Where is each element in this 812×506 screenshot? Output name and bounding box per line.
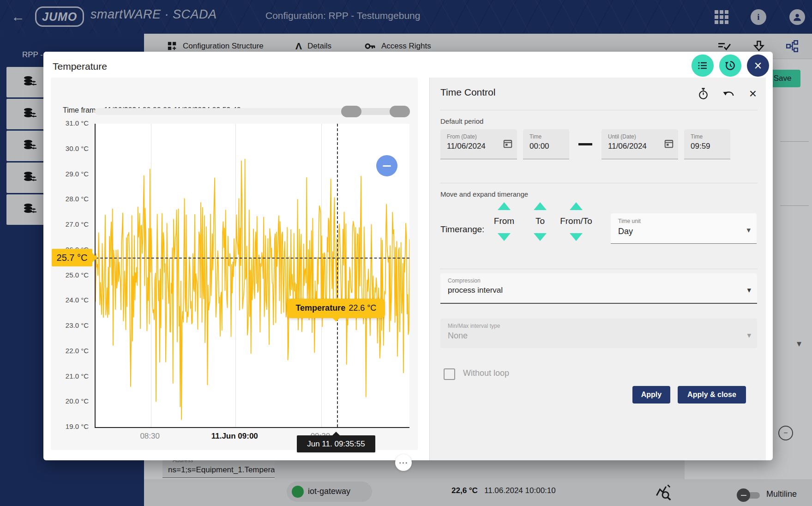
close-dialog-button[interactable]: × bbox=[747, 54, 769, 77]
y-axis-tick-label: 20.0 °C bbox=[51, 397, 89, 405]
temperature-dialog: Temperature × Time frame: 11/06/2024 bbox=[43, 52, 773, 460]
apply-close-button[interactable]: Apply & close bbox=[678, 386, 746, 404]
move-expand-label: Move and expand timerange bbox=[440, 190, 528, 198]
triangle-down-button[interactable] bbox=[534, 233, 547, 241]
history-icon bbox=[724, 60, 736, 72]
temperature-series bbox=[96, 124, 409, 427]
minmax-interval-select[interactable]: Min/Max interval type None ▾ bbox=[440, 319, 757, 348]
y-axis-tick-label: 22.0 °C bbox=[51, 347, 89, 355]
time-unit-label: Time unit bbox=[618, 218, 757, 224]
dialog-actions: × bbox=[692, 54, 769, 77]
compression-value: process interval bbox=[448, 286, 757, 295]
list-icon bbox=[697, 60, 708, 71]
y-axis-tick-label: 24.0 °C bbox=[51, 296, 89, 304]
triangle-down-button[interactable] bbox=[498, 233, 511, 241]
y-axis-tick-label: 25.0 °C bbox=[51, 271, 89, 279]
more-options-button[interactable]: ⋯ bbox=[395, 454, 412, 471]
until-date-value: 11/06/2024 bbox=[608, 142, 652, 151]
minmax-label: Min/Max interval type bbox=[448, 323, 757, 329]
y-axis: 31.0 °C30.0 °C29.0 °C28.0 °C27.0 °C26.0 … bbox=[51, 124, 91, 427]
y-axis-tick-label: 21.0 °C bbox=[51, 372, 89, 380]
x-axis-tick-label: 08:30 bbox=[140, 432, 160, 441]
range-slider-handle-right[interactable] bbox=[390, 106, 410, 117]
triangle-up-button[interactable] bbox=[534, 202, 547, 210]
calendar-icon[interactable] bbox=[503, 139, 513, 149]
legend-list-button[interactable] bbox=[692, 54, 714, 77]
period-range-dash bbox=[578, 143, 592, 145]
time-unit-value: Day bbox=[618, 227, 757, 236]
triangle-up-button[interactable] bbox=[498, 202, 511, 210]
apply-button[interactable]: Apply bbox=[632, 386, 670, 404]
timerange-option-from-to: From/To bbox=[561, 202, 591, 241]
chevron-down-icon: ▾ bbox=[747, 331, 751, 340]
cursor-line bbox=[337, 124, 338, 427]
chevron-down-icon: ▾ bbox=[747, 285, 751, 295]
triangle-up-button[interactable] bbox=[570, 202, 583, 210]
y-axis-tick-label: 19.0 °C bbox=[51, 422, 89, 430]
timerange-option-label: From/To bbox=[560, 216, 592, 227]
timerange-option-from: From bbox=[489, 202, 519, 241]
x-axis-tick-label: 11.Jun 09:00 bbox=[211, 432, 258, 441]
chart-panel: Time frame: 11/06/2024 00:00:00-11/06/20… bbox=[51, 78, 418, 450]
series-tooltip: Temperature 22.6 °C bbox=[287, 299, 385, 318]
from-date-field[interactable]: From (Date) 11/06/2024 bbox=[440, 129, 517, 159]
timerange-label: Timerange: bbox=[440, 224, 484, 235]
timerange-option-label: From bbox=[494, 216, 514, 227]
y-value-badge: 25.7 °C bbox=[52, 249, 92, 266]
default-period-label: Default period bbox=[440, 117, 483, 125]
without-loop-checkbox[interactable] bbox=[444, 368, 455, 380]
close-panel-icon[interactable]: × bbox=[749, 88, 757, 99]
range-slider-handle-left[interactable] bbox=[341, 106, 361, 117]
series-tooltip-name: Temperature bbox=[295, 303, 345, 313]
from-time-field[interactable]: Time 00:00 bbox=[523, 129, 569, 159]
zoom-out-button[interactable] bbox=[376, 155, 397, 176]
timer-icon[interactable] bbox=[698, 88, 709, 100]
dialog-title: Temperature bbox=[53, 61, 107, 72]
y-axis-tick-label: 27.0 °C bbox=[51, 220, 89, 228]
y-axis-tick-label: 31.0 °C bbox=[51, 119, 89, 127]
from-date-value: 11/06/2024 bbox=[447, 142, 491, 151]
y-axis-tick-label: 29.0 °C bbox=[51, 170, 89, 178]
plot-area[interactable] bbox=[95, 124, 409, 428]
timerange-option-to: To bbox=[525, 202, 555, 241]
compression-label: Compression bbox=[448, 277, 757, 284]
timerange-options: FromToFrom/To bbox=[489, 202, 591, 241]
time-control-title: Time Control bbox=[440, 87, 495, 98]
time-tooltip: Jun 11. 09:35:55 bbox=[297, 435, 375, 452]
calendar-icon[interactable] bbox=[664, 139, 674, 149]
until-date-field[interactable]: Until (Date) 11/06/2024 bbox=[601, 129, 678, 159]
time-control-panel: Time Control × Default period From (Date… bbox=[429, 78, 766, 460]
until-time-field[interactable]: Time 09:59 bbox=[684, 129, 730, 159]
from-time-value: 00:00 bbox=[529, 142, 574, 151]
compression-select[interactable]: Compression process interval ▾ bbox=[440, 273, 757, 304]
screen: ← JUMO smartWARE · SCADA Configuration: … bbox=[0, 0, 812, 506]
hover-value-line bbox=[96, 258, 409, 259]
chevron-down-icon: ▾ bbox=[746, 225, 751, 235]
triangle-down-button[interactable] bbox=[570, 233, 583, 241]
y-axis-tick-label: 28.0 °C bbox=[51, 195, 89, 203]
until-time-value: 09:59 bbox=[691, 142, 735, 151]
from-time-label: Time bbox=[529, 133, 569, 140]
time-unit-select[interactable]: Time unit Day ▾ bbox=[611, 213, 757, 244]
series-tooltip-value: 22.6 °C bbox=[349, 303, 376, 313]
until-time-label: Time bbox=[691, 133, 730, 140]
timerange-option-label: To bbox=[535, 216, 545, 227]
minmax-value: None bbox=[448, 331, 757, 341]
history-button[interactable] bbox=[719, 54, 741, 77]
without-loop-label: Without loop bbox=[463, 368, 509, 378]
y-axis-tick-label: 23.0 °C bbox=[51, 321, 89, 329]
y-axis-tick-label: 30.0 °C bbox=[51, 145, 89, 152]
undo-icon[interactable] bbox=[723, 88, 735, 99]
